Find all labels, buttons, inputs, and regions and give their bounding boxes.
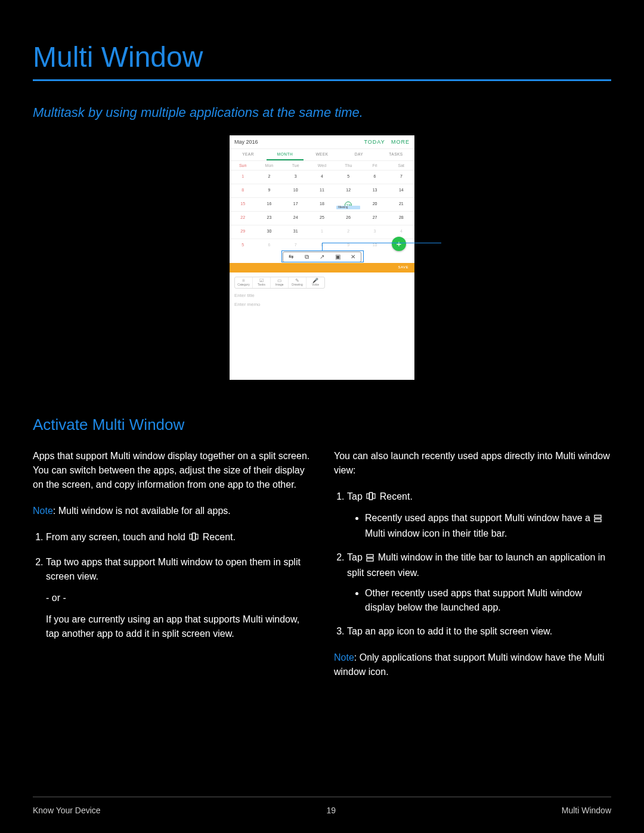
date-cell[interactable]: 14 — [388, 186, 414, 196]
date-cell[interactable]: 9 — [256, 186, 282, 196]
date-cell[interactable]: 2 — [256, 172, 282, 182]
date-cell[interactable]: 13 — [361, 186, 388, 196]
date-cell[interactable]: 3 — [361, 227, 388, 237]
mw-maximize-icon[interactable]: ▣ — [330, 252, 345, 262]
date-cell-today[interactable]: 19Meeting — [335, 200, 361, 209]
recent-icon — [189, 531, 199, 546]
date-cell[interactable]: 30 — [256, 227, 282, 237]
date-cell[interactable]: 25 — [309, 213, 335, 223]
content-columns: Apps that support Multi window display t… — [0, 449, 644, 691]
multiwindow-icon — [594, 512, 602, 527]
save-bar[interactable]: SAVE — [230, 263, 414, 272]
note-label: Note — [334, 652, 354, 662]
date-cell[interactable]: 4 — [309, 172, 335, 182]
svg-rect-9 — [367, 559, 373, 562]
dow-sat: Sat — [388, 161, 414, 170]
page-subtitle: Multitask by using multiple applications… — [0, 105, 644, 135]
date-cell[interactable]: 12 — [335, 186, 361, 196]
tab-day[interactable]: DAY — [340, 149, 377, 160]
entry-fields: Enter title Enter memo — [234, 293, 410, 311]
section-heading: Activate Multi Window — [0, 416, 644, 449]
note-text: : Only applications that support Multi w… — [334, 652, 605, 677]
footer-right: Multi Window — [562, 806, 611, 815]
today-button[interactable]: TODAY — [364, 139, 385, 145]
date-cell[interactable]: 7 — [388, 172, 414, 182]
title-input[interactable]: Enter title — [234, 293, 410, 298]
date-cell[interactable]: 1 — [309, 227, 335, 237]
date-cell[interactable]: 11 — [309, 186, 335, 196]
date-cell[interactable]: 26 — [335, 213, 361, 223]
mw-minimize-icon[interactable]: ↗ — [314, 252, 330, 262]
note-text: : Multi window is not available for all … — [53, 506, 231, 516]
date-cell[interactable]: 23 — [256, 213, 282, 223]
dow-wed: Wed — [309, 161, 335, 170]
add-event-fab[interactable]: + — [392, 237, 406, 251]
date-cell[interactable]: 7 — [283, 241, 309, 250]
tab-month[interactable]: MONTH — [267, 149, 304, 160]
svg-rect-6 — [595, 515, 601, 518]
event-meeting[interactable]: Meeting — [336, 206, 360, 209]
dow-mon: Mon — [256, 161, 282, 170]
mw-close-icon[interactable]: ✕ — [345, 252, 361, 262]
tab-week[interactable]: WEEK — [304, 149, 340, 160]
date-cell[interactable]: 31 — [283, 227, 309, 237]
intro-paragraph: Apps that support Multi window display t… — [33, 449, 310, 492]
more-button[interactable]: MORE — [391, 139, 410, 145]
entry-tool-voice[interactable]: 🎤Voice — [306, 277, 324, 288]
date-cell[interactable]: 4 — [388, 227, 414, 237]
steps-list-right: Tap Recent. Recently used apps that supp… — [334, 490, 611, 639]
memo-input[interactable]: Enter memo — [234, 302, 410, 307]
step-1: From any screen, touch and hold Recent. — [46, 530, 310, 546]
rstep-1-sub: Recently used apps that support Multi wi… — [365, 511, 611, 541]
entry-tool-image[interactable]: ▭Image — [271, 277, 289, 288]
week-row: 22 23 24 25 26 27 28 — [230, 211, 414, 225]
date-cell[interactable]: 17 — [283, 200, 309, 209]
svg-rect-2 — [196, 534, 198, 539]
date-cell[interactable]: 29 — [230, 227, 256, 237]
date-cell[interactable]: 10 — [283, 186, 309, 196]
note-paragraph-right: Note: Only applications that support Mul… — [334, 651, 611, 679]
date-cell[interactable]: 21 — [388, 200, 414, 209]
dow-thu: Thu — [335, 161, 361, 170]
date-cell[interactable]: 2 — [335, 227, 361, 237]
date-cell[interactable]: 22 — [230, 213, 256, 223]
page-footer: Know Your Device 19 Multi Window — [33, 806, 611, 815]
steps-list: From any screen, touch and hold Recent. … — [33, 530, 310, 641]
multiwindow-toolbar: ⇆ ⧉ ↗ ▣ ✕ — [283, 252, 361, 262]
mw-drag-icon[interactable]: ⧉ — [299, 252, 314, 262]
entry-tool-drawing[interactable]: ✎Drawing — [289, 277, 306, 288]
rstep-1: Tap Recent. Recently used apps that supp… — [347, 490, 611, 541]
date-cell[interactable]: 6 — [256, 241, 282, 250]
calendar-view-tabs: YEAR MONTH WEEK DAY TASKS — [230, 148, 414, 161]
date-cell[interactable]: 28 — [388, 213, 414, 223]
dow-sun: Sun — [230, 161, 256, 170]
date-cell[interactable]: 3 — [283, 172, 309, 182]
date-cell[interactable]: 27 — [361, 213, 388, 223]
date-cell[interactable]: 24 — [283, 213, 309, 223]
week-row: 29 30 31 1 2 3 4 — [230, 225, 414, 239]
week-row: 1 2 3 4 5 6 7 — [230, 170, 414, 184]
tab-tasks[interactable]: TASKS — [377, 149, 414, 160]
date-cell[interactable]: 5 — [335, 172, 361, 182]
tab-year[interactable]: YEAR — [230, 149, 267, 160]
svg-rect-4 — [370, 493, 373, 500]
note-paragraph: Note: Multi window is not available for … — [33, 504, 310, 518]
callout-line — [322, 243, 323, 251]
dow-tue: Tue — [283, 161, 309, 170]
date-cell[interactable]: 8 — [230, 186, 256, 196]
date-cell[interactable]: 18 — [309, 200, 335, 209]
entry-tool-category[interactable]: ≡Category — [235, 277, 253, 288]
calendar-month-label: May 2016 — [234, 139, 258, 145]
date-cell[interactable]: 20 — [361, 200, 388, 209]
date-cell[interactable]: 16 — [256, 200, 282, 209]
footer-left: Know Your Device — [33, 806, 101, 815]
svg-rect-1 — [193, 533, 196, 540]
date-cell[interactable]: 5 — [230, 241, 256, 250]
note-label: Note — [33, 506, 53, 516]
date-cell[interactable]: 6 — [361, 172, 388, 182]
date-cell[interactable]: 15 — [230, 200, 256, 209]
mw-swap-icon[interactable]: ⇆ — [283, 252, 299, 262]
date-cell[interactable]: 1 — [230, 172, 256, 182]
entry-tool-tasks[interactable]: ☑Tasks — [253, 277, 271, 288]
rstep-2-sub: Other recently used apps that support Mu… — [365, 586, 611, 615]
